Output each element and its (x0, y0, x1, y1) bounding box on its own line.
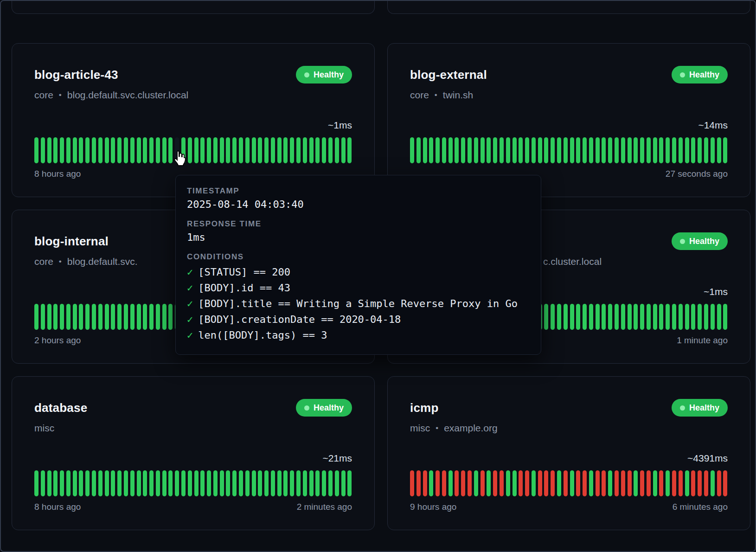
uptime-bar[interactable] (557, 304, 561, 330)
uptime-bar[interactable] (538, 470, 542, 496)
uptime-bar[interactable] (634, 304, 638, 330)
uptime-bar[interactable] (341, 470, 346, 496)
uptime-bar[interactable] (117, 137, 122, 163)
uptime-bar[interactable] (570, 470, 574, 496)
uptime-bar[interactable] (621, 137, 625, 163)
uptime-bar[interactable] (640, 470, 644, 496)
uptime-bar[interactable] (487, 137, 491, 163)
uptime-bar[interactable] (303, 470, 307, 496)
uptime-bar[interactable] (239, 470, 243, 496)
uptime-bar[interactable] (124, 137, 128, 163)
uptime-bar[interactable] (137, 470, 141, 496)
uptime-bar[interactable] (53, 470, 58, 496)
uptime-bar[interactable] (341, 137, 346, 163)
uptime-bar[interactable] (711, 304, 715, 330)
uptime-bar[interactable] (506, 137, 510, 163)
uptime-bar[interactable] (79, 470, 83, 496)
uptime-bar[interactable] (137, 137, 141, 163)
uptime-bar[interactable] (493, 137, 497, 163)
uptime-bar[interactable] (34, 137, 38, 163)
uptime-bar[interactable] (149, 137, 154, 163)
uptime-bar[interactable] (47, 470, 51, 496)
uptime-bar[interactable] (468, 137, 472, 163)
uptime-bar[interactable] (672, 470, 676, 496)
uptime-bar[interactable] (570, 137, 574, 163)
uptime-bar[interactable] (245, 470, 250, 496)
uptime-bar[interactable] (589, 470, 593, 496)
uptime-bar[interactable] (423, 470, 427, 496)
uptime-bar[interactable] (429, 137, 433, 163)
uptime-bar[interactable] (143, 137, 147, 163)
uptime-bar[interactable] (41, 470, 45, 496)
uptime-bar[interactable] (41, 137, 45, 163)
uptime-bar[interactable] (220, 470, 224, 496)
uptime-bar[interactable] (704, 137, 708, 163)
uptime-bar[interactable] (436, 137, 440, 163)
uptime-bar[interactable] (608, 470, 612, 496)
uptime-bar[interactable] (290, 137, 294, 163)
uptime-bar[interactable] (258, 137, 262, 163)
uptime-bar[interactable] (156, 470, 160, 496)
uptime-bar[interactable] (596, 304, 600, 330)
uptime-bar[interactable] (698, 470, 702, 496)
uptime-bar[interactable] (85, 470, 90, 496)
uptime-bar[interactable] (162, 304, 167, 330)
uptime-bar[interactable] (130, 470, 135, 496)
uptime-bar[interactable] (252, 137, 256, 163)
uptime-bar[interactable] (538, 137, 542, 163)
uptime-bar[interactable] (149, 470, 154, 496)
uptime-bar[interactable] (519, 470, 523, 496)
uptime-bar[interactable] (271, 470, 275, 496)
uptime-bar[interactable] (525, 137, 529, 163)
uptime-bar[interactable] (79, 304, 83, 330)
uptime-bar[interactable] (666, 470, 670, 496)
uptime-bar[interactable] (416, 470, 421, 496)
uptime-bar[interactable] (335, 470, 339, 496)
uptime-bar[interactable] (73, 304, 77, 330)
uptime-bar[interactable] (85, 137, 90, 163)
uptime-bar[interactable] (628, 304, 632, 330)
uptime-bar[interactable] (608, 137, 612, 163)
uptime-bar[interactable] (551, 304, 555, 330)
uptime-bar[interactable] (290, 470, 294, 496)
uptime-bar[interactable] (602, 137, 606, 163)
uptime-bar[interactable] (685, 137, 689, 163)
uptime-bar[interactable] (717, 137, 721, 163)
uptime-bar[interactable] (239, 137, 243, 163)
uptime-bar[interactable] (589, 304, 593, 330)
uptime-bar[interactable] (73, 470, 77, 496)
uptime-bar[interactable] (442, 137, 446, 163)
uptime-bar[interactable] (105, 470, 109, 496)
uptime-bar[interactable] (474, 137, 478, 163)
uptime-bar[interactable] (98, 304, 103, 330)
uptime-bar[interactable] (252, 470, 256, 496)
uptime-bar[interactable] (322, 137, 326, 163)
uptime-bar[interactable] (156, 304, 160, 330)
uptime-bar[interactable] (111, 137, 115, 163)
uptime-bar[interactable] (576, 470, 580, 496)
uptime-bar[interactable] (309, 470, 314, 496)
uptime-bar[interactable] (532, 470, 536, 496)
uptime-bar[interactable] (557, 470, 561, 496)
uptime-bar[interactable] (232, 137, 237, 163)
uptime-bar[interactable] (640, 304, 644, 330)
uptime-bar[interactable] (576, 137, 580, 163)
uptime-bar[interactable] (551, 470, 555, 496)
uptime-bar[interactable] (455, 470, 459, 496)
uptime-bar[interactable] (493, 470, 497, 496)
uptime-bar[interactable] (315, 137, 320, 163)
uptime-bar[interactable] (691, 304, 695, 330)
uptime-bar[interactable] (653, 470, 657, 496)
partial-endpoint-card[interactable] (387, 0, 750, 14)
uptime-bar[interactable] (41, 304, 45, 330)
uptime-bar[interactable] (723, 470, 727, 496)
uptime-bar[interactable] (474, 470, 478, 496)
uptime-bar[interactable] (583, 137, 587, 163)
uptime-bar[interactable] (34, 470, 38, 496)
uptime-bar[interactable] (704, 470, 708, 496)
uptime-bar[interactable] (704, 304, 708, 330)
uptime-bar[interactable] (461, 137, 465, 163)
uptime-bar[interactable] (717, 304, 721, 330)
uptime-bar[interactable] (634, 137, 638, 163)
uptime-bar[interactable] (130, 137, 135, 163)
